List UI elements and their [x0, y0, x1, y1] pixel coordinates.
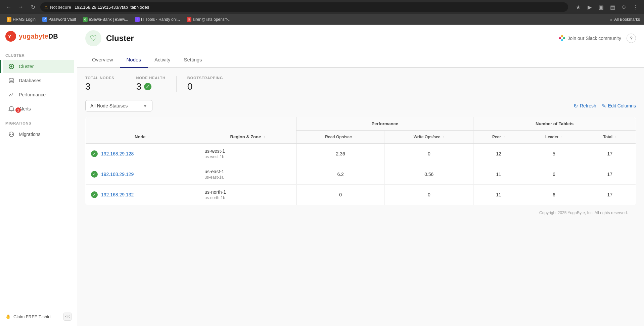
table-row[interactable]: ✓ 192.168.29.128 us-west-1 us-west-1b 2.… — [86, 144, 636, 164]
cast-button[interactable]: ▤ — [608, 2, 617, 12]
filter-actions: ↻ Refresh ✎ Edit Columns — [573, 103, 636, 109]
tshirt-emoji: 🤚 — [5, 314, 11, 319]
sidebar-item-databases[interactable]: Databases — [3, 74, 74, 87]
bookmarks-right[interactable]: ☼ All Bookmarks — [609, 17, 640, 22]
lock-icon: ⚠ — [44, 5, 48, 9]
sidebar-item-databases-label: Databases — [19, 78, 41, 83]
bookmark-esewa[interactable]: e eSewa-Bank | eSew... — [80, 16, 131, 23]
read-ops-sort-icon[interactable]: ↕ — [354, 135, 356, 139]
address-url: 192.168.29.129:15433/?tab=tabNodes — [75, 5, 149, 10]
sidebar-item-migrations[interactable]: Migrations — [3, 128, 74, 141]
sidebar-section-cluster: CLUSTER — [0, 48, 77, 59]
zone-name: us-east-1a — [204, 175, 291, 180]
bookmark-password[interactable]: P Password Vault — [40, 16, 79, 23]
node-ip[interactable]: 192.168.29.129 — [101, 172, 134, 177]
edit-icon: ✎ — [602, 103, 606, 109]
sidebar-item-cluster[interactable]: Cluster — [3, 60, 74, 73]
slack-icon — [559, 35, 565, 42]
migrations-icon — [8, 131, 15, 138]
profile-button[interactable]: ☺ — [619, 2, 629, 12]
node-status-icon: ✓ — [91, 150, 98, 157]
slack-link[interactable]: Join our Slack community — [559, 35, 621, 42]
sidebar-item-performance[interactable]: Performance — [3, 88, 74, 101]
col-header-region-zone: Region & Zone ↕ — [199, 117, 296, 144]
node-cell: ✓ 192.168.29.129 — [86, 164, 199, 185]
zone-name: us-north-1b — [204, 195, 291, 200]
bookmark-siren[interactable]: s siren@lists.opensff-... — [184, 16, 234, 23]
browser-action-buttons: ★ ▶ ▣ ▤ ☺ ⋮ — [573, 2, 640, 12]
content-header: ♡ Cluster Join our Slack community — [77, 25, 644, 52]
refresh-label: Refresh — [580, 103, 596, 108]
node-health-value: 3 ✓ — [136, 81, 165, 92]
bookmark-hrms[interactable]: H HRMS Login — [4, 16, 38, 23]
address-bar[interactable]: ⚠ Not secure 192.168.29.129:15433/?tab=t… — [40, 2, 568, 12]
region-name: us-east-1 — [204, 169, 291, 174]
total-sort-icon[interactable]: ↕ — [615, 135, 616, 139]
write-ops-sort-icon[interactable]: ↕ — [443, 135, 445, 139]
svg-rect-11 — [561, 39, 563, 41]
bookmark-esewa-label: eSewa-Bank | eSew... — [89, 17, 128, 22]
sidebar-logo: Y yugabyteDB — [0, 25, 77, 48]
leader-cell: 6 — [524, 185, 584, 205]
logo-text: yugabyteDB — [19, 33, 58, 40]
claim-tshirt-link[interactable]: 🤚 Claim FREE T-shirt — [5, 314, 51, 319]
bookmarks-bar: H HRMS Login P Password Vault e eSewa-Ba… — [0, 14, 644, 25]
edit-columns-label: Edit Columns — [608, 103, 636, 108]
media-button[interactable]: ▶ — [585, 2, 594, 12]
total-cell: 17 — [584, 185, 636, 205]
peer-cell: 11 — [473, 185, 524, 205]
node-ip[interactable]: 192.168.29.132 — [101, 192, 134, 197]
read-ops-cell: 2.36 — [296, 144, 385, 164]
edit-columns-button[interactable]: ✎ Edit Columns — [602, 103, 636, 109]
bookmark-hrms-label: HRMS Login — [13, 17, 36, 22]
tab-overview[interactable]: Overview — [85, 52, 120, 68]
region-sort-icon[interactable]: ↕ — [264, 135, 265, 139]
node-sort-icon[interactable]: ↕ — [148, 135, 150, 139]
node-cell: ✓ 192.168.29.132 — [86, 185, 199, 205]
filter-select-label: All Node Statuses — [90, 103, 128, 108]
refresh-button[interactable]: ↻ Refresh — [573, 103, 596, 109]
node-health-label: NODE HEALTH — [136, 76, 165, 80]
region-zone-cell: us-east-1 us-east-1a — [199, 164, 296, 185]
menu-button[interactable]: ⋮ — [631, 2, 640, 12]
extensions-button[interactable]: ▣ — [596, 2, 606, 12]
write-ops-cell: 0 — [385, 144, 473, 164]
leader-sort-icon[interactable]: ↕ — [561, 135, 563, 139]
sidebar-item-alerts[interactable]: 1 Alerts — [3, 102, 74, 115]
col-header-node: Node ↕ — [86, 117, 199, 144]
col-header-leader: Leader ↕ — [524, 131, 584, 144]
table-row[interactable]: ✓ 192.168.29.129 us-east-1 us-east-1a 6.… — [86, 164, 636, 185]
address-text: Not secure — [50, 5, 71, 10]
node-status-icon: ✓ — [91, 191, 98, 198]
bookmark-ittools[interactable]: I IT Tools - Handy onl... — [132, 16, 183, 23]
region-name: us-west-1 — [204, 148, 291, 154]
cluster-heart-icon: ♡ — [90, 34, 97, 43]
sidebar-footer: 🤚 Claim FREE T-shirt << — [0, 307, 77, 326]
node-status-filter[interactable]: All Node Statuses ▼ — [85, 100, 152, 111]
stat-node-health: NODE HEALTH 3 ✓ — [136, 76, 165, 92]
tab-settings[interactable]: Settings — [177, 52, 209, 68]
zone-name: us-west-1b — [204, 154, 291, 159]
bookmark-siren-label: siren@lists.opensff-... — [193, 17, 231, 22]
region-zone-cell: us-west-1 us-west-1b — [199, 144, 296, 164]
sidebar-collapse-button[interactable]: << — [63, 313, 72, 321]
peer-sort-icon[interactable]: ↕ — [503, 135, 505, 139]
cluster-title-area: ♡ Cluster — [85, 30, 134, 46]
reload-button[interactable]: ↻ — [28, 2, 38, 12]
bookmark-star-button[interactable]: ★ — [573, 2, 583, 12]
back-button[interactable]: ← — [4, 2, 13, 12]
stat-divider-2 — [176, 76, 177, 92]
tab-activity[interactable]: Activity — [148, 52, 177, 68]
stat-bootstrapping: BOOTSTRAPPING 0 — [187, 76, 223, 92]
forward-button[interactable]: → — [16, 2, 26, 12]
node-ip[interactable]: 192.168.29.128 — [101, 151, 134, 156]
write-ops-cell: 0 — [385, 185, 473, 205]
table-row[interactable]: ✓ 192.168.29.132 us-north-1 us-north-1b … — [86, 185, 636, 205]
performance-icon — [8, 91, 15, 98]
help-button[interactable]: ? — [627, 34, 636, 43]
bootstrapping-value: 0 — [187, 81, 223, 92]
tab-nodes[interactable]: Nodes — [120, 52, 148, 68]
sidebar-section-migrations: MIGRATIONS — [0, 116, 77, 127]
svg-point-4 — [9, 78, 14, 80]
write-ops-cell: 0.56 — [385, 164, 473, 185]
